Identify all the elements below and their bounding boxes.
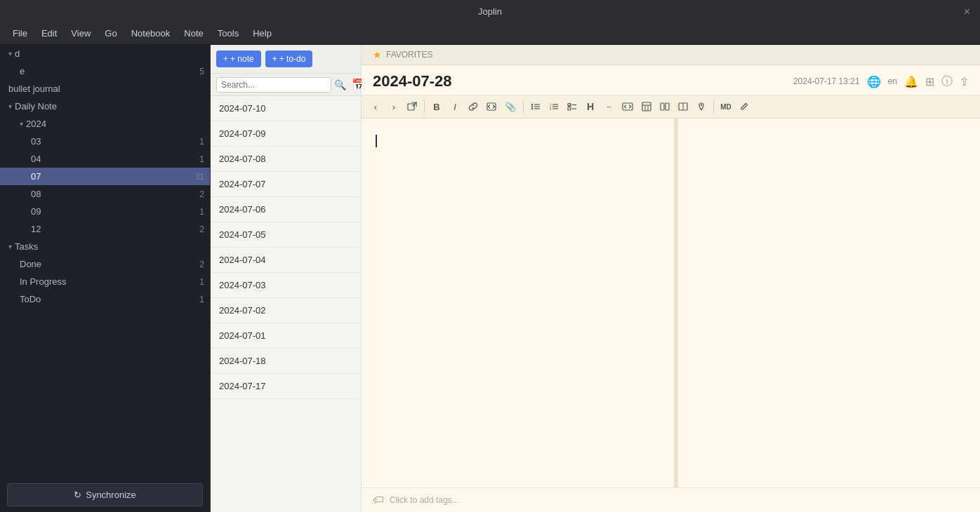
sidebar-item-daily-note[interactable]: ▾ Daily Note <box>0 97 210 115</box>
close-button[interactable]: × <box>964 6 970 18</box>
app-title: Joplin <box>478 6 502 17</box>
month-08-label: 08 <box>31 189 199 199</box>
tags-placeholder[interactable]: Click to add tags... <box>390 495 459 505</box>
sidebar-item-09[interactable]: 09 1 <box>0 203 210 220</box>
search-input[interactable] <box>216 77 331 93</box>
month-04-label: 04 <box>31 154 199 164</box>
map-icon <box>696 102 706 112</box>
month-07-label: 07 <box>31 171 195 182</box>
sidebar-item-e[interactable]: e 5 <box>0 62 210 80</box>
hr-button[interactable]: ··· <box>600 98 617 115</box>
sidebar-item-todo[interactable]: ToDo 1 <box>0 290 210 308</box>
markdown-button[interactable]: MD <box>717 98 734 115</box>
note-item-3[interactable]: 2024-07-07 <box>211 172 361 197</box>
bullet-list-button[interactable] <box>527 98 544 115</box>
sync-label: Synchronize <box>86 490 136 500</box>
globe-icon[interactable]: 🌐 <box>867 75 881 88</box>
inline-code-button[interactable] <box>618 98 637 115</box>
table-button[interactable] <box>638 98 655 115</box>
note-item-8[interactable]: 2024-07-02 <box>211 298 361 323</box>
sidebar-2024-label: 2024 <box>26 119 204 129</box>
plus-icon: + <box>223 54 228 64</box>
note-meta: 2024-07-17 13:21 🌐 en 🔔 ⊞ ⓘ ⇪ <box>793 74 969 89</box>
split-button[interactable] <box>675 98 691 115</box>
note-item-1[interactable]: 2024-07-09 <box>211 121 361 147</box>
heading-button[interactable]: H <box>582 98 599 115</box>
titlebar: Joplin × <box>0 0 980 22</box>
sidebar-item-08[interactable]: 08 2 <box>0 185 210 203</box>
menu-note[interactable]: Note <box>177 25 210 41</box>
star-icon: ★ <box>373 49 382 60</box>
code-block-button[interactable] <box>483 98 500 115</box>
checklist-icon <box>567 102 577 112</box>
svg-point-5 <box>531 106 533 107</box>
svg-text:3.: 3. <box>550 107 552 111</box>
menu-tools[interactable]: Tools <box>211 25 246 41</box>
menu-help[interactable]: Help <box>246 25 279 41</box>
synchronize-button[interactable]: ↻ Synchronize <box>7 483 203 506</box>
numbered-list-button[interactable]: 1.2.3. <box>545 98 562 115</box>
edit-mode-button[interactable] <box>736 98 753 115</box>
sidebar-item-04[interactable]: 04 1 <box>0 150 210 168</box>
note-item-11[interactable]: 2024-07-17 <box>211 374 361 399</box>
columns-button[interactable] <box>656 98 673 115</box>
menu-go[interactable]: Go <box>98 25 124 41</box>
sidebar-item-tasks[interactable]: ▾ Tasks <box>0 238 210 255</box>
sidebar-item-bullet-journal[interactable]: bullet journal <box>0 80 210 97</box>
editor-toolbar: ‹ › B I 📎 1.2.3. H <box>362 95 980 119</box>
separator-3 <box>713 100 714 113</box>
sidebar-item-12[interactable]: 12 2 <box>0 220 210 238</box>
todo-plus-icon: + <box>272 54 277 64</box>
text-cursor <box>376 135 377 147</box>
link-button[interactable] <box>465 98 482 115</box>
info-icon[interactable]: ⓘ <box>941 74 953 89</box>
inline-code-icon <box>622 102 633 112</box>
bold-button[interactable]: B <box>428 98 445 115</box>
new-todo-button[interactable]: + + to-do <box>265 50 313 67</box>
note-item-2[interactable]: 2024-07-08 <box>211 147 361 172</box>
svg-rect-20 <box>642 102 651 111</box>
italic-button[interactable]: I <box>446 98 463 115</box>
menu-view[interactable]: View <box>64 25 98 41</box>
menu-edit[interactable]: Edit <box>34 25 64 41</box>
map-button[interactable] <box>693 98 710 115</box>
note-item-6[interactable]: 2024-07-04 <box>211 248 361 273</box>
split-icon <box>678 102 688 112</box>
svg-point-28 <box>701 105 702 106</box>
menu-notebook[interactable]: Notebook <box>124 25 178 41</box>
attachment-button[interactable]: 📎 <box>501 98 519 115</box>
sidebar-item-top[interactable]: ▾ d <box>0 45 210 62</box>
note-item-5[interactable]: 2024-07-05 <box>211 222 361 248</box>
sidebar-item-done[interactable]: Done 2 <box>0 255 210 273</box>
sidebar-item-03[interactable]: 03 1 <box>0 133 210 150</box>
layout-icon[interactable]: ⊞ <box>925 75 934 88</box>
sidebar-item-2024[interactable]: ▾ 2024 <box>0 115 210 133</box>
note-item-9[interactable]: 2024-07-01 <box>211 323 361 349</box>
svg-rect-25 <box>666 103 669 110</box>
note-title: 2024-07-28 <box>373 72 452 90</box>
share-icon[interactable]: ⇪ <box>960 75 969 88</box>
note-item-4[interactable]: 2024-07-06 <box>211 197 361 222</box>
note-items: 2024-07-10 2024-07-09 2024-07-08 2024-07… <box>211 96 361 512</box>
note-item-10[interactable]: 2024-07-18 <box>211 349 361 374</box>
table-icon <box>642 102 651 112</box>
note-item-7[interactable]: 2024-07-03 <box>211 273 361 298</box>
menu-file[interactable]: File <box>6 25 34 41</box>
back-button[interactable]: ‹ <box>367 98 384 115</box>
external-edit-button[interactable] <box>404 98 421 115</box>
menubar: File Edit View Go Notebook Note Tools He… <box>0 22 980 45</box>
new-note-button[interactable]: + + note <box>216 50 261 67</box>
year-2024-arrow-icon: ▾ <box>20 120 23 128</box>
sidebar-item-07[interactable]: 07 31 <box>0 168 210 185</box>
svg-rect-17 <box>568 107 571 110</box>
bell-icon[interactable]: 🔔 <box>904 75 918 88</box>
editor-preview <box>678 119 980 487</box>
tasks-inprogress-count: 1 <box>199 277 204 287</box>
editor-area[interactable] <box>362 119 674 487</box>
checklist-button[interactable] <box>564 98 581 115</box>
note-item-0[interactable]: 2024-07-10 <box>211 96 361 121</box>
forward-button[interactable]: › <box>385 98 402 115</box>
separator-1 <box>424 100 425 113</box>
sidebar-item-in-progress[interactable]: In Progress 1 <box>0 273 210 290</box>
sidebar-daily-note-label: Daily Note <box>15 101 204 112</box>
